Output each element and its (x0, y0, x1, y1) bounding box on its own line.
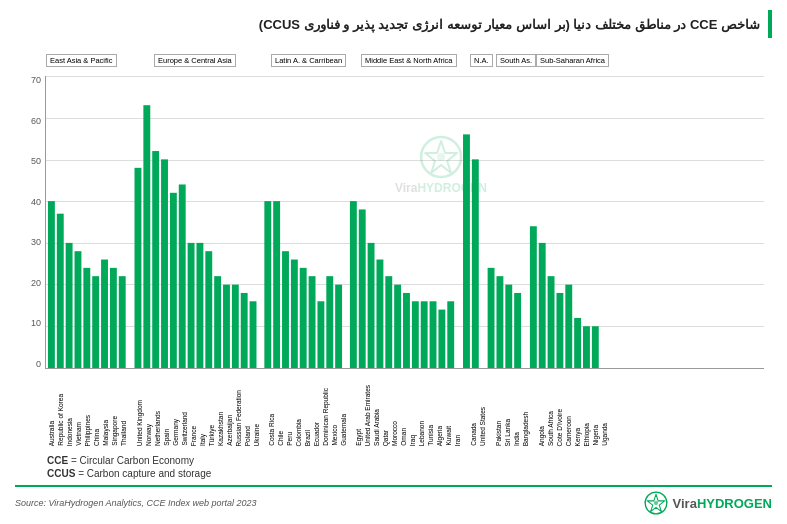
x-label-qatar: Qatar (382, 430, 389, 446)
y-label-10: 10 (31, 319, 41, 328)
svg-rect-34 (368, 243, 375, 368)
x-label-colombia: Colombia (295, 419, 302, 446)
svg-rect-1 (57, 214, 64, 368)
x-label-nigeria: Nigeria (592, 425, 599, 446)
svg-rect-54 (565, 285, 572, 368)
y-label-40: 40 (31, 198, 41, 207)
title-accent (768, 10, 772, 38)
svg-rect-4 (83, 268, 90, 368)
svg-rect-57 (592, 326, 599, 368)
legend-area: CCE = Circular Carbon Economy CCUS = Car… (47, 455, 772, 481)
svg-rect-23 (264, 201, 271, 368)
svg-rect-12 (161, 159, 168, 368)
x-label-kazakhstan: Kazakhstan (217, 412, 224, 446)
region-label-southasia: South As. (496, 54, 536, 67)
svg-point-63 (653, 501, 657, 505)
svg-rect-22 (250, 301, 257, 368)
legend-ccus-abbr: CCUS (47, 468, 75, 479)
svg-rect-9 (135, 168, 142, 368)
svg-rect-11 (152, 151, 159, 368)
svg-rect-32 (350, 201, 357, 368)
svg-rect-0 (48, 201, 55, 368)
x-label-indonesia: Indonesia (66, 418, 73, 446)
page-title: شاخص CCE در مناطق مختلف دنیا (بر اساس مع… (259, 17, 760, 32)
x-label-angola: Angola (538, 426, 545, 446)
svg-rect-49 (514, 293, 521, 368)
svg-rect-8 (119, 276, 126, 368)
x-label-india: India (513, 432, 520, 446)
x-label-lebanon: Lebanon (418, 421, 425, 446)
x-label-thailand: Thailand (120, 421, 127, 446)
x-label-uae: United Arab Emirates (364, 385, 371, 446)
logo-text: ViraHYDROGEN (673, 496, 772, 511)
x-label-peru: Peru (286, 432, 293, 446)
legend-ccus: CCUS = Carbon capture and storage (47, 468, 772, 479)
svg-rect-6 (101, 260, 108, 368)
legend-cce: CCE = Circular Carbon Economy (47, 455, 772, 466)
x-label-costarica: Costa Rica (268, 414, 275, 446)
region-label-ssa: Sub-Saharan Africa (536, 54, 609, 67)
svg-rect-15 (188, 243, 195, 368)
bar-chart-svg (46, 76, 764, 368)
svg-rect-45 (472, 159, 479, 368)
x-label-malaysia: Malaysia (102, 420, 109, 446)
svg-rect-43 (447, 301, 454, 368)
x-label-algeria: Algeria (436, 426, 443, 446)
svg-rect-21 (241, 293, 248, 368)
x-label-ukraine: Ukraine (253, 424, 260, 446)
svg-rect-52 (548, 276, 555, 368)
x-label-netherlands: Netherlands (154, 411, 161, 446)
svg-rect-24 (273, 201, 280, 368)
svg-rect-33 (359, 209, 366, 368)
region-label-latam: Latin A. & Carribean (271, 54, 346, 67)
x-label-mexico: Mexico (331, 425, 338, 446)
svg-rect-56 (583, 326, 590, 368)
page-container: شاخص CCE در مناطق مختلف دنیا (بر اساس مع… (0, 0, 787, 524)
logo-hydrogen: HYDROGEN (697, 496, 772, 511)
svg-rect-36 (385, 276, 392, 368)
svg-rect-38 (403, 293, 410, 368)
x-label-norway: Norway (145, 424, 152, 446)
legend-cce-abbr: CCE (47, 455, 68, 466)
svg-rect-17 (205, 251, 212, 368)
region-label-na: N.A. (470, 54, 493, 67)
logo-container: ViraHYDROGEN (643, 490, 772, 516)
svg-rect-41 (430, 301, 437, 368)
x-label-saudi: Saudi Arabia (373, 409, 380, 446)
y-label-70: 70 (31, 76, 41, 85)
svg-rect-37 (394, 285, 401, 368)
x-axis-labels: Australia Republic of Korea Indonesia Vi… (46, 370, 764, 446)
x-label-korea: Republic of Korea (57, 394, 64, 446)
svg-rect-40 (421, 301, 428, 368)
x-label-us: United States (479, 407, 486, 446)
svg-rect-42 (438, 310, 445, 368)
region-label-east-asia: East Asia & Pacific (46, 54, 117, 67)
svg-rect-51 (539, 243, 546, 368)
svg-rect-39 (412, 301, 419, 368)
svg-rect-46 (488, 268, 495, 368)
x-label-tunisia: Tunisia (427, 425, 434, 446)
x-label-italy: Italy (199, 434, 206, 446)
svg-rect-35 (376, 260, 383, 368)
x-label-france: France (190, 426, 197, 446)
x-label-poland: Poland (244, 426, 251, 446)
svg-rect-48 (505, 285, 512, 368)
svg-rect-44 (463, 134, 470, 368)
x-label-oman: Oman (400, 428, 407, 446)
svg-rect-3 (75, 251, 82, 368)
svg-rect-28 (309, 276, 316, 368)
x-label-guatemala: Guatemala (340, 414, 347, 446)
x-label-spain: Spain (163, 429, 170, 446)
x-label-ethiopia: Ethiopia (583, 423, 590, 447)
x-label-canada: Canada (470, 423, 477, 446)
footer: Source: ViraHydrogen Analytics, CCE Inde… (15, 485, 772, 516)
logo-vira: Vira (673, 496, 697, 511)
x-label-ecuador: Ecuador (313, 422, 320, 446)
x-label-iraq: Iraq (409, 435, 416, 446)
svg-rect-20 (232, 285, 239, 368)
svg-rect-16 (196, 243, 203, 368)
y-label-60: 60 (31, 117, 41, 126)
y-label-20: 20 (31, 279, 41, 288)
region-label-mena: Middle East & North Africa (361, 54, 457, 67)
x-label-pakistan: Pakistan (495, 421, 502, 446)
